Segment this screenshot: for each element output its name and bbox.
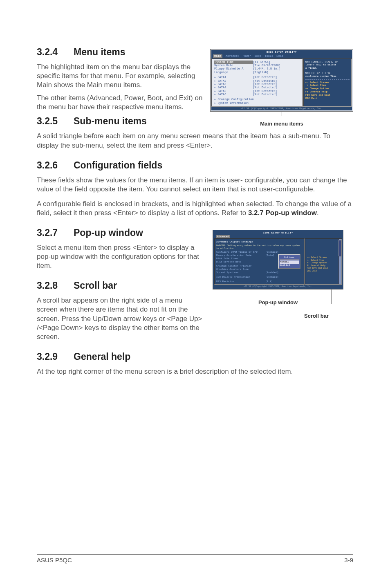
caption-popup: Pop-up window	[213, 299, 343, 305]
heading-326: 3.2.6Configuration fields	[37, 160, 353, 171]
caption-main-menu: Main menu items	[210, 121, 353, 127]
bios-menubar: Main Advanced Power Boot Tools Exit	[211, 54, 352, 58]
p-329-1: At the top right corner of the menu scre…	[37, 367, 353, 376]
footer-right: 3-9	[344, 557, 353, 563]
p-327-1: Select a menu item then press <Enter> to…	[37, 243, 204, 270]
popup-options: Options Manual Enabled	[278, 254, 300, 269]
footer-left: ASUS P5QC	[37, 557, 72, 563]
p-324-1: The highlighted item on the menu bar dis…	[37, 63, 208, 90]
page-footer: ASUS P5QC 3-9	[37, 554, 353, 563]
p-325-1: A solid triangle before each item on any…	[37, 132, 353, 150]
figure-main-menu: BIOS SETUP UTILITY Main Advanced Power B…	[210, 49, 353, 127]
p-326-1: These fields show the values for the men…	[37, 176, 353, 194]
p-326-2: A configurable field is enclosed in brac…	[37, 200, 353, 218]
heading-328: 3.2.8Scroll bar	[37, 280, 204, 291]
caption-scroll: Scroll bar	[213, 313, 343, 319]
figure-popup-scroll: BIOS SETUP UTILITY Advanced Advanced Chi…	[213, 230, 343, 319]
p-328-1: A scroll bar appears on the right side o…	[37, 296, 204, 341]
heading-329: 3.2.9General help	[37, 351, 353, 362]
scrollbar	[338, 239, 341, 284]
p-324-2: The other items (Advanced, Power, Boot, …	[37, 94, 208, 112]
